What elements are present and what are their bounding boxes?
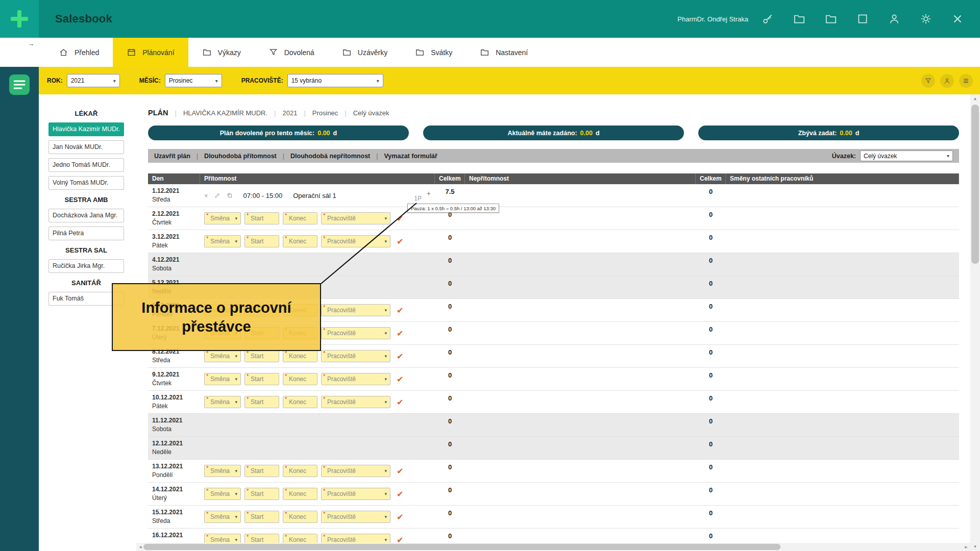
scroll-up-icon[interactable]: ▲ (970, 94, 980, 103)
workplace-row-select[interactable]: *Pracoviště▾ (321, 373, 390, 385)
scroll-right-icon[interactable]: ► (962, 543, 970, 551)
sidebar-item-rucicka-jirka-mgr[interactable]: Ručička Jirka Mgr. (48, 259, 124, 273)
required-marker: * (285, 488, 287, 493)
shift-select[interactable]: *Směna▾ (204, 465, 241, 477)
shift-select[interactable]: *Směna▾ (204, 350, 241, 362)
tab-planovani[interactable]: Plánování (113, 38, 188, 67)
workplace-row-select[interactable]: *Pracoviště▾ (321, 235, 390, 247)
clear-form-action[interactable]: Vymazat formulář (370, 153, 437, 160)
end-input[interactable]: *Konec (283, 373, 317, 385)
confirm-check-icon[interactable]: ✔ (397, 489, 403, 499)
vertical-scroll-thumb[interactable] (971, 105, 979, 264)
end-input[interactable]: *Konec (283, 235, 317, 247)
workplace-row-select[interactable]: *Pracoviště▾ (321, 511, 390, 523)
tab-prehled[interactable]: Přehled (45, 38, 113, 67)
absence-cell (465, 506, 696, 528)
delete-icon[interactable]: × (204, 192, 208, 199)
copy-icon[interactable] (227, 192, 233, 198)
start-input[interactable]: *Start (244, 212, 279, 224)
absence-total: 0 (696, 184, 726, 207)
edit-pencil-icon[interactable] (214, 192, 220, 198)
start-input[interactable]: *Start (244, 373, 279, 385)
confirm-check-icon[interactable]: ✔ (397, 512, 403, 522)
confirm-check-icon[interactable]: ✔ (397, 374, 403, 384)
longterm-presence-action[interactable]: Dlouhodobá přítomnost (190, 153, 277, 160)
confirm-check-icon[interactable]: ✔ (397, 397, 403, 407)
start-input[interactable]: *Start (244, 235, 279, 247)
confirm-check-icon[interactable]: ✔ (397, 466, 403, 476)
pause-badge[interactable]: 1P (414, 195, 422, 202)
shift-select[interactable]: *Směna▾ (204, 488, 241, 500)
vertical-scrollbar[interactable]: ▲ ▼ (970, 94, 980, 551)
start-input[interactable]: *Start (244, 465, 279, 477)
month-select[interactable]: Prosinec ▾ (165, 74, 222, 87)
confirm-check-icon[interactable]: ✔ (397, 237, 403, 246)
end-input[interactable]: *Konec (283, 350, 317, 362)
workplace-row-select[interactable]: *Pracoviště▾ (321, 350, 390, 362)
folder-icon[interactable] (791, 11, 807, 27)
sidebar-item-volny-tomas-mudr[interactable]: Volný Tomáš MUDr. (48, 176, 124, 190)
end-input[interactable]: *Konec (283, 396, 317, 408)
confirm-check-icon[interactable]: ✔ (397, 306, 403, 315)
shift-select[interactable]: *Směna▾ (204, 235, 241, 247)
tab-nastaveni[interactable]: Nastavení (466, 38, 542, 67)
sidebar-item-pilna-petra[interactable]: Pilná Petra (48, 227, 124, 240)
user-icon[interactable] (886, 11, 902, 27)
workplace-row-select[interactable]: *Pracoviště▾ (321, 327, 390, 339)
workplace-row-select[interactable]: *Pracoviště▾ (321, 396, 390, 408)
checklist-icon[interactable] (8, 73, 31, 96)
row-11-12-2021: 11.12.2021Sobota00 (148, 414, 959, 437)
horizontal-scroll-thumb[interactable] (143, 544, 780, 550)
tab-svatky[interactable]: Svátky (401, 38, 466, 67)
workplace-select[interactable]: 15 vybráno ▾ (287, 74, 383, 87)
filter-button[interactable] (921, 74, 935, 88)
start-input[interactable]: *Start (244, 350, 279, 362)
row-day-name: Úterý (152, 494, 198, 502)
tab-uzaverky[interactable]: Uzávěrky (328, 38, 401, 67)
folder-icon[interactable] (823, 11, 839, 27)
sidebar-item-dochazkova-jana-mgr[interactable]: Docházková Jana Mgr. (48, 209, 124, 222)
contract-select[interactable]: Celý úvazek ▾ (860, 151, 953, 161)
workplace-row-select[interactable]: *Pracoviště▾ (321, 488, 390, 500)
add-entry-button[interactable]: + (427, 189, 431, 197)
shift-select[interactable]: *Směna▾ (204, 212, 241, 224)
longterm-absence-action[interactable]: Dlouhodobá nepřítomnost (277, 153, 370, 160)
workplace-row-select[interactable]: *Pracoviště▾ (321, 465, 390, 477)
workplace-row-select[interactable]: *Pracoviště▾ (321, 304, 390, 316)
close-plan-action[interactable]: Uzavřít plán (154, 153, 190, 160)
close-icon[interactable] (949, 11, 966, 27)
confirm-check-icon[interactable]: ✔ (397, 352, 403, 361)
shift-select[interactable]: *Směna▾ (204, 373, 241, 385)
required-marker: * (206, 465, 208, 470)
user-button[interactable] (940, 74, 954, 88)
end-input[interactable]: *Konec (283, 511, 317, 523)
shift-select[interactable]: *Směna▾ (204, 511, 241, 523)
scroll-down-icon[interactable]: ▼ (970, 542, 980, 551)
end-input[interactable]: *Konec (283, 488, 317, 500)
confirm-check-icon[interactable]: ✔ (397, 214, 403, 223)
gear-icon[interactable] (918, 11, 934, 27)
menu-button[interactable] (959, 74, 973, 88)
sidebar-item-hlavicka-kazimir-mudr[interactable]: Hlavička Kazimír MUDr. (48, 122, 124, 136)
confirm-check-icon[interactable]: ✔ (397, 329, 403, 338)
end-input[interactable]: *Konec (283, 212, 317, 224)
sidebar-item-jan-novak-mudr[interactable]: Jan Novák MUDr. (48, 140, 124, 154)
row-date: 3.12.2021 (152, 233, 198, 240)
absence-cell (465, 230, 696, 253)
tab-vykazy[interactable]: Výkazy (188, 38, 255, 67)
shift-select[interactable]: *Směna▾ (204, 396, 241, 408)
key-icon[interactable] (760, 11, 776, 27)
tab-dovolena[interactable]: Dovolená (255, 38, 328, 67)
breadcrumb-year: 2021 (267, 109, 297, 117)
sidebar-item-jedno-tomas-mudr[interactable]: Jedno Tomáš MUDr. (48, 158, 124, 172)
start-input[interactable]: *Start (244, 488, 279, 500)
start-input[interactable]: *Start (244, 511, 279, 523)
year-select[interactable]: 2021 ▾ (67, 74, 120, 87)
end-input[interactable]: *Konec (283, 465, 317, 477)
frame-icon[interactable] (854, 11, 871, 27)
start-input[interactable]: *Start (244, 396, 279, 408)
horizontal-scrollbar[interactable]: ◄ ► (136, 543, 970, 551)
app-logo[interactable] (0, 0, 39, 38)
expand-arrow-icon[interactable]: → (28, 40, 34, 47)
workplace-row-select[interactable]: *Pracoviště▾ (321, 212, 390, 224)
